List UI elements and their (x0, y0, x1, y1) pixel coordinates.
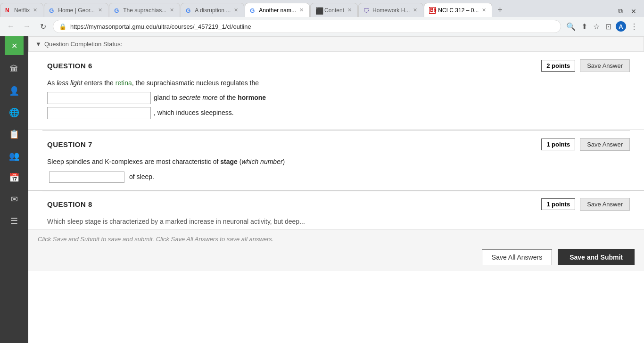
question-8-meta: 1 points Save Answer (541, 198, 630, 211)
toolbar-icons: 🔍 ⬆ ☆ ⊡ A ⋮ (565, 21, 639, 33)
tab-home-georg-label: Home | Geor... (58, 7, 95, 14)
question-6-points: 2 points (541, 60, 575, 72)
question-8-save-answer[interactable]: Save Answer (580, 198, 630, 211)
tab-suprachias-label: The suprachias... (123, 7, 166, 14)
tab-content-close[interactable]: ✕ (347, 7, 353, 14)
save-and-submit-button[interactable]: Save and Submit (558, 249, 635, 265)
tab-another-nam-label: Another nam... (259, 7, 296, 14)
question-7-text: Sleep spindles and K-complexes are most … (47, 156, 630, 183)
question-7-save-answer[interactable]: Save Answer (580, 138, 630, 151)
q7-blank[interactable] (49, 172, 124, 183)
q6-text-comma: , the suprachiasmatic nucleus regulates … (132, 79, 259, 87)
bottom-bar: Click Save and Submit to save and submit… (28, 229, 644, 271)
q8-partial-text: Which sleep stage is characterized by a … (47, 218, 305, 225)
window-close-icon[interactable]: ✕ (628, 6, 639, 17)
lock-icon: 🔒 (59, 23, 66, 30)
question-7-header: QUESTION 7 1 points Save Answer (47, 138, 630, 151)
sidebar-icon-institution[interactable]: 🏛 (5, 60, 24, 79)
question-7-meta: 1 points Save Answer (541, 138, 630, 151)
question-7-title: QUESTION 7 (47, 140, 92, 148)
q6-blank-2[interactable] (47, 107, 151, 119)
tab-another-nam[interactable]: G Another nam... ✕ (245, 3, 310, 17)
menu-icon[interactable]: ⋮ (629, 21, 639, 33)
tab-nclc312[interactable]: Bb NCLC 312 – 0... ✕ (424, 3, 492, 17)
sidebar: ✕ 🏛 👤 🌐 📋 👥 📅 ✉ ☰ (0, 36, 28, 343)
sidebar-icon-globe[interactable]: 🌐 (5, 103, 24, 122)
share-icon[interactable]: ⬆ (580, 21, 589, 33)
address-bar[interactable]: 🔒 https://mymasonportal.gmu.edu/ultra/co… (53, 20, 561, 33)
tab-netflix[interactable]: N Netflix ✕ (0, 3, 43, 17)
tab-suprachias[interactable]: G The suprachias... ✕ (109, 3, 180, 17)
q7-text-before: Sleep spindles and K-complexes are most … (47, 158, 220, 165)
save-all-answers-button[interactable]: Save All Answers (482, 249, 552, 265)
tab-bar: N Netflix ✕ G Home | Geor... ✕ G The sup… (0, 0, 644, 17)
question-8-points: 1 points (541, 198, 575, 210)
tab-netflix-close[interactable]: ✕ (32, 7, 38, 14)
tab-disruption[interactable]: G A disruption ... ✕ (181, 3, 244, 17)
tab-another-nam-close[interactable]: ✕ (298, 7, 305, 14)
sidebar-icon-mail[interactable]: ✉ (5, 190, 24, 209)
q6-text-enters: enters the (83, 79, 116, 87)
tab-homework-close[interactable]: ✕ (412, 7, 418, 14)
window-controls: — ⧉ ✕ (601, 5, 644, 17)
sidebar-icon-profile[interactable]: 👤 (5, 82, 24, 100)
q6-blank-1[interactable] (47, 92, 151, 104)
completion-status-label: Question Completion Status: (44, 41, 122, 48)
homework-favicon-icon: 🛡 (363, 7, 370, 14)
tab-disruption-close[interactable]: ✕ (233, 7, 239, 14)
sidebar-toggle-icon[interactable]: ⊡ (604, 21, 613, 33)
suprachias-favicon-icon: G (114, 7, 121, 14)
sidebar-close-button[interactable]: ✕ (5, 36, 24, 55)
q6-text-before: As (47, 79, 57, 87)
bottom-bar-instruction: Click Save and Submit to save and submit… (38, 236, 635, 243)
window-collapse-icon[interactable]: — (601, 6, 613, 17)
question-6-title: QUESTION 6 (47, 62, 92, 70)
home-georg-favicon-icon: G (49, 7, 56, 14)
forward-button[interactable]: → (21, 20, 33, 33)
question-7-points: 1 points (541, 139, 575, 150)
tab-homework-label: Homework H... (372, 7, 410, 14)
question-8-block: QUESTION 8 1 points Save Answer Which sl… (28, 191, 644, 229)
content-area[interactable]: ▼ Question Completion Status: QUESTION 6… (28, 36, 644, 343)
url-text: https://mymasonportal.gmu.edu/ultra/cour… (70, 23, 555, 30)
sidebar-icon-calendar[interactable]: 📅 (5, 168, 24, 187)
bookmark-icon[interactable]: ☆ (592, 21, 601, 33)
tab-home-georg[interactable]: G Home | Geor... ✕ (44, 3, 108, 17)
nclc312-favicon-icon: Bb (429, 7, 436, 14)
profile-icon[interactable]: A (616, 21, 626, 32)
q6-text-retina: retina (116, 79, 132, 87)
q6-italic-secrete: secrete more (179, 94, 218, 101)
search-icon[interactable]: 🔍 (565, 21, 577, 33)
tab-nclc312-close[interactable]: ✕ (481, 7, 487, 14)
new-tab-button[interactable]: + (493, 3, 507, 17)
q6-row-2: , which induces sleepiness. (47, 107, 630, 119)
q7-text-of-sleep: of sleep. (129, 172, 154, 183)
question-8-header: QUESTION 8 1 points Save Answer (47, 198, 630, 211)
tab-home-georg-close[interactable]: ✕ (97, 7, 103, 14)
scrollable-inner: ▼ Question Completion Status: QUESTION 6… (28, 36, 644, 229)
address-bar-row: ← → ↻ 🔒 https://mymasonportal.gmu.edu/ul… (0, 17, 644, 36)
tab-netflix-label: Netflix (14, 7, 30, 14)
q7-italic-paren: (which number) (239, 158, 285, 165)
sidebar-icon-content[interactable]: 📋 (5, 125, 24, 144)
question-6-text: As less light enters the retina, the sup… (47, 78, 630, 119)
q6-text-sleepiness: , which induces sleepiness. (154, 107, 234, 119)
netflix-favicon-icon: N (5, 7, 12, 14)
disruption-favicon-icon: G (186, 7, 192, 14)
tab-content[interactable]: ⬛ Content ✕ (310, 3, 358, 17)
window-restore-icon[interactable]: ⧉ (615, 5, 626, 17)
question-6-save-answer[interactable]: Save Answer (580, 59, 630, 72)
content-favicon-icon: ⬛ (315, 7, 322, 14)
back-button[interactable]: ← (5, 20, 17, 33)
question-8-text: Which sleep stage is characterized by a … (47, 216, 630, 227)
sidebar-icon-menu[interactable]: ☰ (5, 212, 24, 230)
question-8-title: QUESTION 8 (47, 200, 92, 208)
refresh-button[interactable]: ↻ (37, 20, 49, 33)
tab-suprachias-close[interactable]: ✕ (169, 7, 175, 14)
bottom-bar-actions: Save All Answers Save and Submit (38, 249, 635, 265)
question-6-block: QUESTION 6 2 points Save Answer As less … (28, 52, 644, 130)
question-6-header: QUESTION 6 2 points Save Answer (47, 59, 630, 72)
tab-homework[interactable]: 🛡 Homework H... ✕ (358, 3, 423, 17)
tab-content-label: Content (324, 7, 344, 14)
sidebar-icon-people[interactable]: 👥 (5, 147, 24, 165)
